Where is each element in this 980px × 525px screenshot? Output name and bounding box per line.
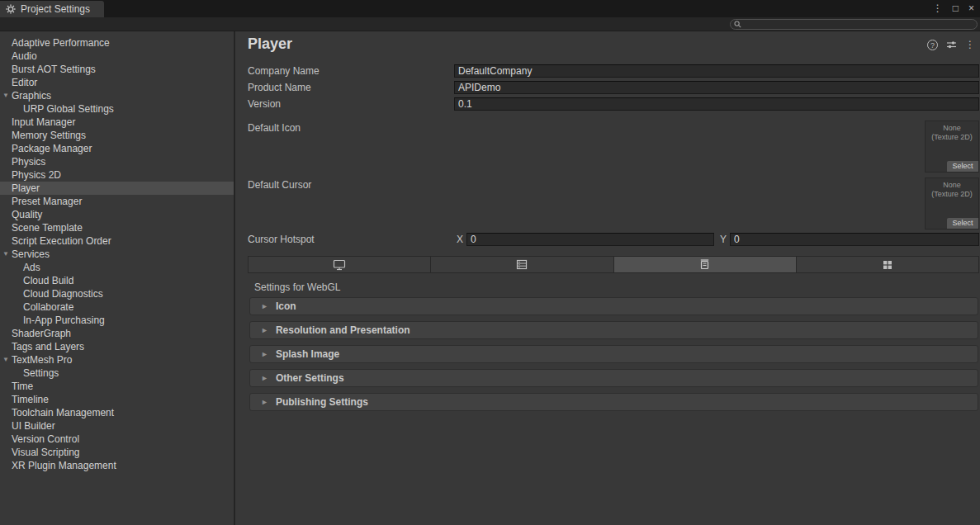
- default-cursor-label: Default Cursor: [248, 178, 311, 192]
- window-title: Project Settings: [21, 3, 90, 15]
- sidebar-item-collaborate[interactable]: Collaborate: [0, 300, 234, 314]
- sidebar-item-label: Memory Settings: [12, 130, 86, 141]
- sidebar-item-label: Version Control: [12, 433, 79, 445]
- settings-category-list: Adaptive Performance Audio Burst AOT Set…: [0, 31, 235, 525]
- sidebar-item-label: Physics 2D: [12, 169, 61, 181]
- sidebar-item-label: Settings: [23, 367, 59, 379]
- sidebar-item-urp-global-settings[interactable]: URP Global Settings: [0, 102, 234, 116]
- sidebar-item-label: Quality: [12, 209, 42, 220]
- window-menu-icon[interactable]: ⋮: [933, 0, 943, 17]
- help-icon[interactable]: ?: [927, 40, 938, 50]
- sidebar-item-memory-settings[interactable]: Memory Settings: [0, 129, 234, 142]
- gear-icon: [6, 4, 16, 14]
- sidebar-item-label: In-App Purchasing: [23, 315, 105, 326]
- page-title: Player: [248, 35, 292, 53]
- sidebar-item-preset-manager[interactable]: Preset Manager: [0, 195, 234, 208]
- foldout-open-icon[interactable]: ▼: [2, 248, 9, 261]
- section-other-settings[interactable]: ► Other Settings: [249, 369, 978, 387]
- company-name-field[interactable]: [454, 64, 979, 78]
- sidebar-item-version-control[interactable]: Version Control: [0, 433, 234, 446]
- sidebar-item-adaptive-performance[interactable]: Adaptive Performance: [0, 36, 234, 50]
- sidebar-item-label: Adaptive Performance: [12, 37, 110, 49]
- sidebar-item-services[interactable]: ▼Services: [0, 248, 234, 261]
- default-cursor-object-picker[interactable]: None (Texture 2D) Select: [925, 177, 979, 229]
- sidebar-item-label: Audio: [12, 50, 37, 62]
- sidebar-item-label: Collaborate: [23, 301, 73, 313]
- sidebar-item-script-execution-order[interactable]: Script Execution Order: [0, 234, 234, 248]
- section-splash-image[interactable]: ► Splash Image: [249, 345, 978, 363]
- sidebar-item-cloud-diagnostics[interactable]: Cloud Diagnostics: [0, 287, 234, 300]
- maximize-icon[interactable]: □: [953, 0, 959, 17]
- version-field[interactable]: [454, 97, 979, 111]
- sidebar-item-label: Ads: [23, 262, 40, 273]
- platform-tab-windows-store[interactable]: [797, 257, 978, 272]
- foldout-open-icon[interactable]: ▼: [2, 353, 9, 367]
- preset-icon[interactable]: [946, 40, 957, 50]
- sidebar-item-label: Preset Manager: [12, 196, 82, 207]
- sidebar-item-textmesh-pro[interactable]: ▼TextMesh Pro: [0, 353, 234, 367]
- hotspot-y-field[interactable]: [730, 233, 979, 246]
- sidebar-item-input-manager[interactable]: Input Manager: [0, 116, 234, 129]
- platform-tab-standalone[interactable]: [249, 257, 431, 272]
- section-label: Other Settings: [276, 372, 344, 384]
- sidebar-item-visual-scripting[interactable]: Visual Scripting: [0, 446, 234, 459]
- sidebar-item-ads[interactable]: Ads: [0, 261, 234, 274]
- sidebar-item-xr-plugin-management[interactable]: XR Plugin Management: [0, 459, 234, 472]
- sidebar-item-cloud-build[interactable]: Cloud Build: [0, 274, 234, 287]
- sidebar-item-timeline[interactable]: Timeline: [0, 393, 234, 406]
- section-icon[interactable]: ► Icon: [249, 297, 978, 315]
- sidebar-item-in-app-purchasing[interactable]: In-App Purchasing: [0, 314, 234, 327]
- sidebar-item-label: Graphics: [12, 90, 51, 102]
- default-icon-select-button[interactable]: Select: [947, 161, 978, 172]
- foldout-collapsed-icon: ►: [261, 398, 268, 406]
- settings-for-header: Settings for WebGL: [254, 281, 341, 293]
- sidebar-item-audio[interactable]: Audio: [0, 50, 234, 63]
- product-name-label: Product Name: [248, 81, 311, 94]
- foldout-collapsed-icon: ►: [261, 302, 268, 310]
- panel-menu-icon[interactable]: ⋮: [965, 39, 975, 50]
- sidebar-item-label: Tags and Layers: [12, 341, 84, 352]
- platform-tab-server[interactable]: [431, 257, 613, 272]
- sidebar-item-package-manager[interactable]: Package Manager: [0, 142, 234, 155]
- foldout-collapsed-icon: ►: [261, 350, 268, 358]
- foldout-open-icon[interactable]: ▼: [2, 89, 9, 102]
- sidebar-item-burst-aot-settings[interactable]: Burst AOT Settings: [0, 63, 234, 76]
- sidebar-item-editor[interactable]: Editor: [0, 76, 234, 89]
- search-input[interactable]: [744, 20, 977, 29]
- window-tab-project-settings[interactable]: Project Settings: [0, 1, 104, 17]
- hotspot-x-field[interactable]: [466, 233, 714, 246]
- section-label: Publishing Settings: [276, 396, 368, 408]
- windows-icon: [883, 260, 892, 270]
- section-publishing-settings[interactable]: ► Publishing Settings: [249, 393, 978, 411]
- default-icon-object-picker[interactable]: None (Texture 2D) Select: [925, 121, 979, 173]
- sidebar-item-label: Burst AOT Settings: [12, 64, 96, 75]
- sidebar-item-quality[interactable]: Quality: [0, 208, 234, 221]
- sidebar-item-physics[interactable]: Physics: [0, 155, 234, 168]
- close-icon[interactable]: ×: [968, 0, 974, 17]
- foldout-collapsed-icon: ►: [261, 374, 268, 382]
- sidebar-item-label: Timeline: [12, 394, 49, 405]
- default-cursor-select-button[interactable]: Select: [947, 218, 978, 229]
- search-box[interactable]: [730, 19, 978, 30]
- sidebar-item-time[interactable]: Time: [0, 380, 234, 393]
- platform-tabbar: [248, 256, 979, 273]
- sidebar-item-label: Cloud Diagnostics: [23, 288, 103, 300]
- player-settings-panel: Player ? ⋮ Company Name Product Name Ver…: [237, 31, 980, 525]
- section-resolution-and-presentation[interactable]: ► Resolution and Presentation: [249, 321, 978, 339]
- sidebar-item-graphics[interactable]: ▼Graphics: [0, 89, 234, 102]
- sidebar-item-player[interactable]: Player: [0, 182, 234, 195]
- sidebar-item-toolchain-management[interactable]: Toolchain Management: [0, 406, 234, 419]
- sidebar-item-tags-and-layers[interactable]: Tags and Layers: [0, 340, 234, 353]
- sidebar-item-label: Services: [12, 248, 50, 260]
- product-name-field[interactable]: [454, 81, 979, 94]
- sidebar-item-physics-2d[interactable]: Physics 2D: [0, 168, 234, 182]
- sidebar-item-textmeshpro-settings[interactable]: Settings: [0, 367, 234, 380]
- sidebar-item-ui-builder[interactable]: UI Builder: [0, 419, 234, 433]
- section-label: Splash Image: [276, 348, 339, 360]
- sidebar-item-shadergraph[interactable]: ShaderGraph: [0, 327, 234, 340]
- section-label: Icon: [276, 300, 296, 312]
- platform-tab-webgl[interactable]: [614, 257, 797, 272]
- sidebar-item-scene-template[interactable]: Scene Template: [0, 221, 234, 234]
- sidebar-item-label: Time: [12, 381, 33, 392]
- foldout-collapsed-icon: ►: [261, 326, 268, 334]
